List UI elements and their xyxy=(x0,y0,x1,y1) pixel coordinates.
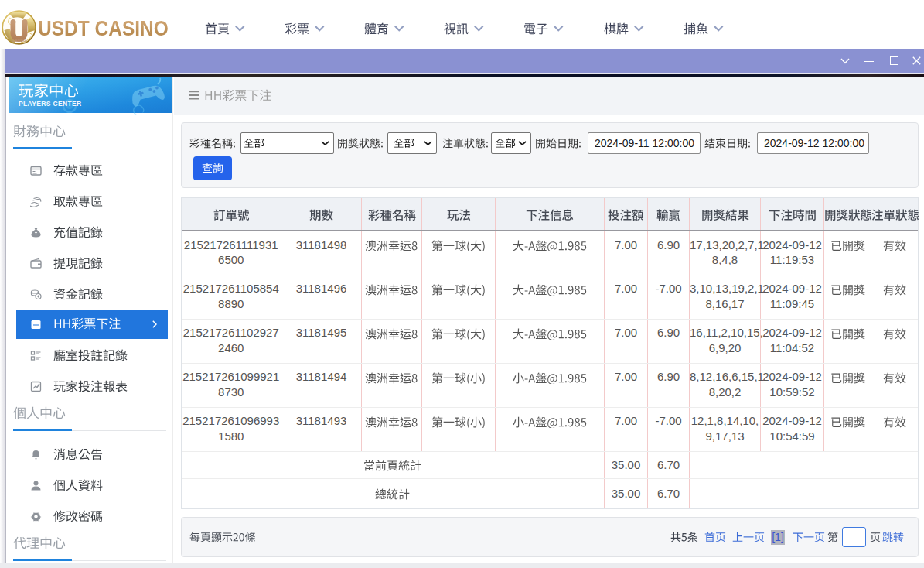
svg-text:Casino: Casino xyxy=(12,38,26,43)
